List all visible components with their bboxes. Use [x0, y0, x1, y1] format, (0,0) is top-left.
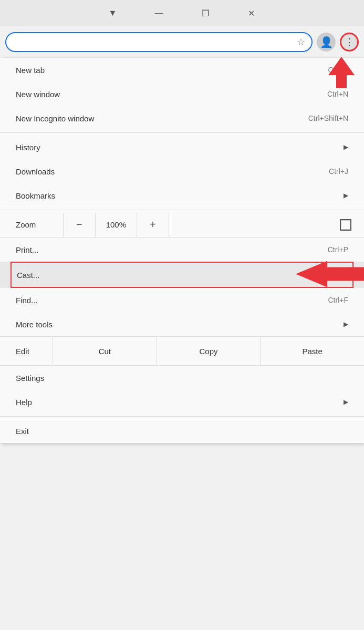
dropdown-button[interactable]: ▼: [106, 6, 120, 20]
more-tools-label: More tools: [16, 320, 339, 329]
downloads-shortcut: Ctrl+J: [329, 167, 348, 175]
svg-marker-2: [296, 261, 364, 287]
more-tools-item[interactable]: More tools ▶: [0, 312, 364, 336]
cut-label: Cut: [99, 347, 111, 356]
print-label: Print...: [16, 245, 328, 254]
find-label: Find...: [16, 296, 328, 305]
minimize-button[interactable]: —: [152, 6, 167, 20]
find-shortcut: Ctrl+F: [328, 296, 349, 304]
zoom-divider-4: [169, 213, 169, 237]
downloads-label: Downloads: [16, 167, 329, 176]
bookmarks-item[interactable]: Bookmarks ▶: [0, 183, 364, 208]
address-bar[interactable]: ☆: [5, 32, 313, 52]
zoom-label: Zoom: [0, 214, 63, 235]
help-arrow-icon: ▶: [344, 398, 348, 406]
paste-label: Paste: [303, 347, 323, 356]
find-item[interactable]: Find... Ctrl+F: [0, 288, 364, 312]
new-tab-item[interactable]: New tab Ctrl+T: [0, 58, 364, 82]
fullscreen-icon: [340, 219, 351, 231]
profile-button[interactable]: 👤: [317, 33, 336, 51]
settings-label: Settings: [16, 374, 348, 383]
divider-3: [0, 416, 364, 417]
dropdown-icon: ▼: [109, 8, 117, 18]
bookmarks-arrow-icon: ▶: [344, 192, 348, 199]
zoom-out-button[interactable]: −: [64, 212, 95, 237]
title-bar: ▼ — ❐ ✕: [0, 0, 364, 26]
new-incognito-shortcut: Ctrl+Shift+N: [308, 114, 348, 122]
edit-row: Edit Cut Copy Paste: [0, 336, 364, 366]
divider-2: [0, 210, 364, 210]
chrome-menu-dropdown: New tab Ctrl+T New window Ctrl+N New Inc…: [0, 58, 364, 443]
profile-icon: 👤: [320, 36, 333, 48]
arrow-up-indicator: [328, 57, 355, 90]
history-label: History: [16, 143, 339, 152]
divider-1: [0, 132, 364, 133]
restore-button[interactable]: ❐: [198, 6, 213, 20]
bookmarks-label: Bookmarks: [16, 191, 339, 200]
zoom-percent-value: 100%: [96, 214, 137, 235]
history-item[interactable]: History ▶: [0, 135, 364, 159]
zoom-row: Zoom − 100% +: [0, 212, 364, 237]
new-window-shortcut: Ctrl+N: [327, 90, 348, 98]
svg-rect-1: [340, 220, 351, 230]
close-icon: ✕: [248, 8, 255, 18]
help-item[interactable]: Help ▶: [0, 390, 364, 414]
restore-icon: ❐: [202, 8, 209, 18]
more-tools-arrow-icon: ▶: [344, 321, 348, 328]
minimize-icon: —: [155, 8, 163, 18]
cut-button[interactable]: Cut: [53, 339, 157, 363]
arrow-left-indicator: [296, 261, 364, 289]
help-label: Help: [16, 398, 339, 407]
exit-label: Exit: [16, 427, 348, 436]
menu-dots-icon: ⋮: [345, 36, 354, 48]
print-shortcut: Ctrl+P: [328, 245, 348, 254]
new-window-label: New window: [16, 90, 327, 99]
address-bar-row: ☆ 👤 ⋮: [0, 26, 364, 58]
zoom-in-button[interactable]: +: [137, 212, 169, 237]
fullscreen-button[interactable]: [327, 213, 364, 237]
new-window-item[interactable]: New window Ctrl+N: [0, 82, 364, 106]
close-button[interactable]: ✕: [244, 6, 259, 20]
paste-button[interactable]: Paste: [261, 339, 364, 363]
bookmark-star-icon[interactable]: ☆: [297, 36, 305, 48]
svg-marker-0: [328, 57, 355, 88]
print-item[interactable]: Print... Ctrl+P: [0, 237, 364, 262]
chrome-menu-button[interactable]: ⋮: [340, 33, 359, 51]
cast-item-wrapper: Cast...: [0, 262, 364, 288]
history-arrow-icon: ▶: [344, 143, 348, 151]
new-incognito-item[interactable]: New Incognito window Ctrl+Shift+N: [0, 106, 364, 130]
new-tab-label: New tab: [16, 66, 328, 75]
copy-label: Copy: [199, 347, 217, 356]
copy-button[interactable]: Copy: [157, 339, 261, 363]
exit-item[interactable]: Exit: [0, 419, 364, 443]
edit-label: Edit: [0, 339, 53, 363]
new-incognito-label: New Incognito window: [16, 114, 308, 123]
settings-item[interactable]: Settings: [0, 366, 364, 390]
downloads-item[interactable]: Downloads Ctrl+J: [0, 159, 364, 183]
